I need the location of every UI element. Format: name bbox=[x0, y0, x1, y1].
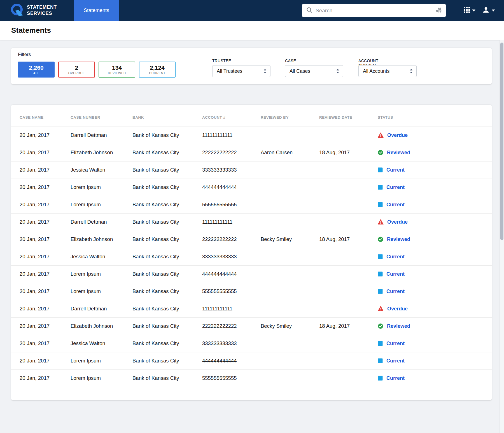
status-label: Current bbox=[386, 167, 405, 173]
table-row[interactable]: 20 Jan, 2017Elizabeth JohnsonBank of Kan… bbox=[11, 231, 492, 248]
cell-reviewed-by bbox=[261, 300, 319, 317]
table-row[interactable]: 20 Jan, 2017Jessica WaltonBank of Kansas… bbox=[11, 161, 492, 179]
status-filter-boxes: 2,260 ALL 2 OVERDUE 134 REVIEWED 2,124 C… bbox=[18, 62, 176, 78]
cell-reviewed-date bbox=[319, 300, 378, 317]
cell-account: 555555555555 bbox=[202, 283, 261, 300]
cell-status: Current bbox=[378, 335, 492, 352]
cell-status: Reviewed bbox=[378, 317, 492, 335]
cell-case-name: 20 Jan, 2017 bbox=[11, 248, 71, 265]
apps-menu-button[interactable] bbox=[464, 7, 475, 14]
cell-case-name: 20 Jan, 2017 bbox=[11, 300, 71, 317]
filter-box-current[interactable]: 2,124 CURRENT bbox=[139, 62, 176, 78]
page-title: Statements bbox=[11, 26, 51, 35]
cell-case-number: Lorem Ipsum bbox=[71, 196, 132, 213]
table-row[interactable]: 20 Jan, 2017Lorem IpsumBank of Kansas Ci… bbox=[11, 369, 492, 387]
table-row[interactable]: 20 Jan, 2017Jessica WaltonBank of Kansas… bbox=[11, 335, 492, 352]
cell-account: 222222222222 bbox=[202, 231, 261, 248]
table-row[interactable]: 20 Jan, 2017Jessica WaltonBank of Kansas… bbox=[11, 248, 492, 265]
vertical-scrollbar-thumb[interactable] bbox=[500, 43, 503, 240]
cell-bank: Bank of Kansas City bbox=[132, 369, 202, 387]
filter-box-overdue[interactable]: 2 OVERDUE bbox=[58, 62, 95, 78]
square-icon bbox=[378, 341, 383, 346]
table-row[interactable]: 20 Jan, 2017Darrell DettmanBank of Kansa… bbox=[11, 127, 492, 144]
status-badge[interactable]: Overdue bbox=[378, 127, 489, 144]
column-header-1: CASE NUMBER bbox=[71, 105, 132, 127]
table-header-row: CASE NAMECASE NUMBERBANKACCOUNT #REVIEWE… bbox=[11, 105, 492, 127]
cell-bank: Bank of Kansas City bbox=[132, 179, 202, 196]
cell-status: Overdue bbox=[378, 213, 492, 231]
cell-bank: Bank of Kansas City bbox=[132, 248, 202, 265]
cell-reviewed-by bbox=[261, 161, 319, 179]
case-select[interactable]: All Cases bbox=[285, 65, 343, 77]
status-badge[interactable]: Current bbox=[378, 162, 489, 179]
cell-account: 333333333333 bbox=[202, 335, 261, 352]
cell-case-number: Lorem Ipsum bbox=[71, 179, 132, 196]
tab-statements[interactable]: Statements bbox=[74, 0, 119, 21]
cell-reviewed-date bbox=[319, 283, 378, 300]
table-row[interactable]: 20 Jan, 2017Elizabeth JohnsonBank of Kan… bbox=[11, 144, 492, 161]
status-label: Current bbox=[386, 289, 405, 294]
cell-status: Current bbox=[378, 161, 492, 179]
cell-bank: Bank of Kansas City bbox=[132, 317, 202, 335]
brand[interactable]: STATEMENT SERVICES bbox=[0, 3, 57, 18]
cell-case-number: Lorem Ipsum bbox=[71, 283, 132, 300]
cell-reviewed-by bbox=[261, 352, 319, 369]
cell-reviewed-date bbox=[319, 369, 378, 387]
status-label: Overdue bbox=[387, 219, 408, 225]
table-row[interactable]: 20 Jan, 2017Darrell DettmanBank of Kansa… bbox=[11, 213, 492, 231]
cell-status: Reviewed bbox=[378, 231, 492, 248]
status-badge[interactable]: Current bbox=[378, 248, 489, 265]
logo-q-icon bbox=[10, 3, 24, 18]
cell-case-number: Lorem Ipsum bbox=[71, 369, 132, 387]
square-icon bbox=[378, 289, 383, 294]
cell-account: 111111111111 bbox=[202, 213, 261, 231]
table-row[interactable]: 20 Jan, 2017Darrell DettmanBank of Kansa… bbox=[11, 300, 492, 317]
status-badge[interactable]: Reviewed bbox=[378, 144, 489, 161]
overdue-count: 2 bbox=[75, 64, 78, 71]
status-badge[interactable]: Reviewed bbox=[378, 231, 489, 248]
cell-case-number: Darrell Dettman bbox=[71, 300, 132, 317]
check-circle-icon bbox=[378, 237, 383, 242]
cell-account: 111111111111 bbox=[202, 300, 261, 317]
table-row[interactable]: 20 Jan, 2017Elizabeth JohnsonBank of Kan… bbox=[11, 317, 492, 335]
table-row[interactable]: 20 Jan, 2017Lorem IpsumBank of Kansas Ci… bbox=[11, 265, 492, 283]
table-row[interactable]: 20 Jan, 2017Lorem IpsumBank of Kansas Ci… bbox=[11, 352, 492, 369]
status-badge[interactable]: Current bbox=[378, 352, 489, 369]
brand-text: STATEMENT SERVICES bbox=[27, 4, 57, 17]
cell-reviewed-date bbox=[319, 248, 378, 265]
table-row[interactable]: 20 Jan, 2017Lorem IpsumBank of Kansas Ci… bbox=[11, 196, 492, 213]
status-label: Reviewed bbox=[387, 150, 410, 156]
square-icon bbox=[378, 271, 383, 277]
status-badge[interactable]: Overdue bbox=[378, 300, 489, 317]
table-row[interactable]: 20 Jan, 2017Lorem IpsumBank of Kansas Ci… bbox=[11, 283, 492, 300]
case-selected-value: All Cases bbox=[290, 68, 310, 74]
unfold-arrows-icon bbox=[336, 69, 340, 74]
status-badge[interactable]: Current bbox=[378, 283, 489, 300]
status-badge[interactable]: Current bbox=[378, 370, 489, 387]
check-circle-icon bbox=[378, 323, 383, 329]
cell-case-number: Jessica Walton bbox=[71, 248, 132, 265]
account-number-select[interactable]: All Accounts bbox=[358, 65, 417, 77]
vertical-scrollbar-track[interactable] bbox=[500, 40, 504, 433]
cell-case-number: Jessica Walton bbox=[71, 335, 132, 352]
cell-reviewed-by bbox=[261, 213, 319, 231]
status-badge[interactable]: Current bbox=[378, 335, 489, 352]
status-badge[interactable]: Reviewed bbox=[378, 318, 489, 335]
cell-reviewed-date bbox=[319, 213, 378, 231]
status-badge[interactable]: Overdue bbox=[378, 214, 489, 231]
cell-account: 222222222222 bbox=[202, 317, 261, 335]
filter-box-reviewed[interactable]: 134 REVIEWED bbox=[99, 62, 135, 78]
trustee-select[interactable]: All Trustees bbox=[212, 65, 270, 77]
status-badge[interactable]: Current bbox=[378, 179, 489, 196]
status-badge[interactable]: Current bbox=[378, 266, 489, 283]
status-badge[interactable]: Current bbox=[378, 196, 489, 213]
cell-reviewed-by bbox=[261, 335, 319, 352]
search-filter-icon[interactable] bbox=[436, 7, 442, 14]
table-row[interactable]: 20 Jan, 2017Lorem IpsumBank of Kansas Ci… bbox=[11, 179, 492, 196]
search-input[interactable] bbox=[316, 8, 433, 14]
cell-case-name: 20 Jan, 2017 bbox=[11, 265, 71, 283]
cell-case-number: Elizabeth Johnson bbox=[71, 231, 132, 248]
filter-box-all[interactable]: 2,260 ALL bbox=[18, 62, 55, 78]
square-icon bbox=[378, 358, 383, 363]
account-menu-button[interactable] bbox=[482, 6, 495, 15]
